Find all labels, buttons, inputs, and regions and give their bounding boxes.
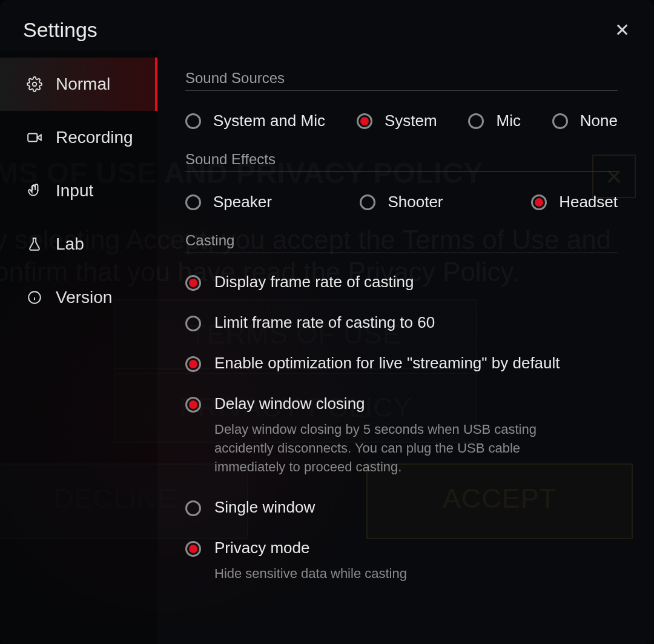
sidebar-item-lab[interactable]: Lab	[0, 217, 157, 271]
option-system[interactable]: System	[357, 111, 437, 130]
radio-icon	[185, 500, 201, 516]
radio-icon	[185, 356, 201, 372]
sidebar-item-label: Input	[56, 181, 93, 201]
option-label: System and Mic	[213, 111, 325, 130]
sidebar-item-label: Version	[56, 288, 112, 307]
option-label: Display frame rate of casting	[214, 273, 414, 291]
video-icon	[27, 130, 42, 145]
radio-icon	[185, 194, 201, 210]
settings-content: Sound Sources System and Mic System Mic …	[157, 50, 654, 644]
option-label: Limit frame rate of casting to 60	[214, 313, 435, 332]
settings-modal: Settings ✕ Normal Recording Inpu	[0, 0, 654, 644]
option-label: Shooter	[388, 193, 443, 211]
sidebar-item-label: Recording	[56, 128, 133, 147]
svg-point-0	[33, 82, 37, 87]
sidebar-item-input[interactable]: Input	[0, 164, 157, 217]
option-limit-fps-60[interactable]: Limit frame rate of casting to 60	[185, 302, 618, 343]
sidebar-item-normal[interactable]: Normal	[0, 58, 157, 111]
option-speaker[interactable]: Speaker	[185, 193, 272, 211]
option-privacy-mode[interactable]: Privacy mode Hide sensitive data while c…	[185, 528, 618, 594]
close-icon[interactable]: ✕	[615, 19, 630, 41]
sidebar-item-version[interactable]: Version	[0, 271, 157, 324]
sidebar: Normal Recording Input Lab	[0, 50, 157, 644]
radio-icon	[185, 275, 201, 291]
option-delay-closing[interactable]: Delay window closing Delay window closin…	[185, 383, 618, 487]
option-headset[interactable]: Headset	[531, 193, 618, 211]
option-description: Hide sensitive data while casting	[214, 565, 407, 583]
option-live-optimization[interactable]: Enable optimization for live "streaming"…	[185, 343, 618, 383]
svg-rect-1	[28, 134, 37, 142]
info-icon	[27, 290, 42, 305]
sidebar-item-label: Normal	[56, 75, 110, 94]
option-none[interactable]: None	[552, 111, 618, 130]
modal-header: Settings ✕	[0, 0, 654, 50]
option-label: Privacy mode	[214, 539, 407, 557]
option-label: Delay window closing	[214, 394, 590, 413]
radio-icon	[185, 397, 201, 413]
option-description: Delay window closing by 5 seconds when U…	[214, 420, 590, 476]
radio-icon	[357, 113, 372, 129]
radio-icon	[468, 113, 484, 129]
radio-icon	[185, 113, 201, 129]
radio-icon	[552, 113, 568, 129]
radio-icon	[185, 316, 201, 331]
option-label: Mic	[496, 111, 520, 130]
option-label: None	[580, 111, 618, 130]
option-label: Enable optimization for live "streaming"…	[214, 354, 560, 373]
option-label: Single window	[214, 498, 315, 517]
section-title-sound-effects: Sound Effects	[185, 135, 618, 172]
option-label: Speaker	[213, 193, 272, 211]
sidebar-item-label: Lab	[56, 234, 84, 254]
sound-sources-group: System and Mic System Mic None	[185, 91, 618, 135]
option-mic[interactable]: Mic	[468, 111, 520, 130]
option-single-window[interactable]: Single window	[185, 487, 618, 528]
radio-icon	[185, 541, 201, 557]
option-system-and-mic[interactable]: System and Mic	[185, 111, 325, 130]
sidebar-item-recording[interactable]: Recording	[0, 111, 157, 164]
option-label: Headset	[559, 193, 618, 211]
page-title: Settings	[23, 18, 97, 42]
option-label: System	[385, 111, 437, 130]
section-title-casting: Casting	[185, 216, 618, 253]
radio-icon	[531, 194, 547, 210]
flask-icon	[27, 236, 42, 252]
radio-icon	[360, 194, 375, 210]
option-shooter[interactable]: Shooter	[360, 193, 443, 211]
option-display-fps[interactable]: Display frame rate of casting	[185, 262, 618, 302]
hand-icon	[27, 183, 42, 199]
modal-body: Normal Recording Input Lab	[0, 50, 654, 644]
sound-effects-group: Speaker Shooter Headset	[185, 172, 618, 216]
section-title-sound-sources: Sound Sources	[185, 54, 618, 91]
casting-group: Display frame rate of casting Limit fram…	[185, 253, 618, 594]
gear-icon	[27, 76, 42, 92]
